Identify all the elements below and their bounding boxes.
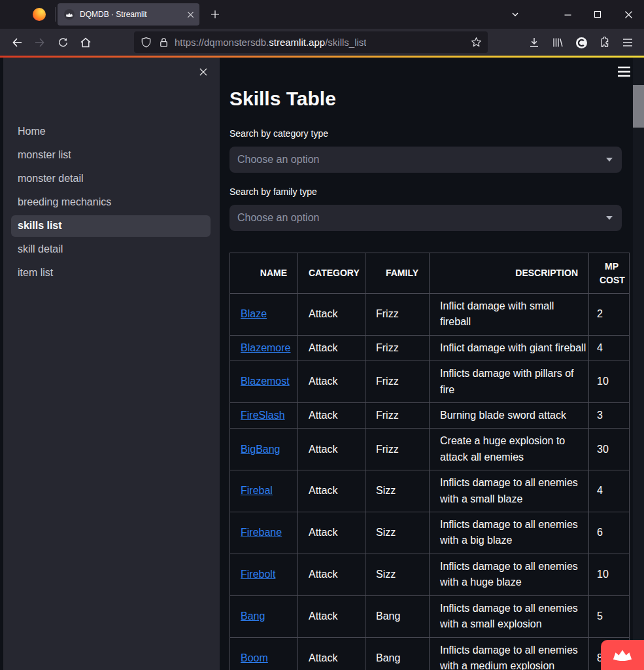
cell-desc: Inflicts damage to all enemies with a me…: [430, 637, 589, 670]
column-header-mp-cost: MP COST: [589, 253, 630, 294]
cell-category: Attack: [298, 512, 365, 554]
forward-button[interactable]: [31, 34, 48, 51]
skill-link[interactable]: Firebal: [241, 485, 273, 496]
table-row: BoomAttackBangInflicts damage to all ene…: [230, 637, 630, 670]
lock-icon[interactable]: [159, 37, 169, 48]
extensions-puzzle-icon[interactable]: [596, 34, 613, 51]
cell-desc: Burning blade sword attack: [430, 403, 589, 429]
sidebar-item-monster-list[interactable]: monster list: [11, 145, 211, 166]
tab-close-icon[interactable]: [187, 11, 194, 18]
browser-titlebar: DQMDB · Streamlit: [0, 0, 644, 29]
cell-desc: Inflicts damage to all enemies with a hu…: [430, 554, 589, 595]
cell-mp-cost: 5: [589, 595, 630, 637]
sidebar-close-icon[interactable]: [197, 66, 209, 78]
cell-mp-cost: 3: [589, 403, 630, 429]
cell-desc: Inflicts damage with pillars of fire: [430, 361, 589, 403]
cell-category: Attack: [298, 429, 365, 470]
skill-link[interactable]: Firebane: [241, 527, 282, 538]
sidebar-item-breeding-mechanics[interactable]: breeding mechanics: [11, 192, 211, 213]
table-row: FireSlashAttackFrizzBurning blade sword …: [230, 403, 630, 429]
cell-mp-cost: 10: [589, 361, 630, 403]
scrollbar-track[interactable]: [633, 58, 644, 670]
cell-family: Frizz: [365, 335, 430, 361]
cell-mp-cost: 6: [589, 512, 630, 554]
browser-toolbar: https://dqmonstersdb.streamlit.app/skill…: [0, 29, 644, 56]
bookmark-star-icon[interactable]: [471, 37, 482, 48]
sidebar-item-monster-detail[interactable]: monster detail: [11, 168, 211, 190]
skills-table: NAMECATEGORYFAMILYDESCRIPTIONMP COST Bla…: [229, 253, 630, 670]
skill-link[interactable]: FireSlash: [241, 410, 285, 421]
extension-c-icon[interactable]: [573, 34, 590, 51]
cell-category: Attack: [298, 294, 365, 336]
cell-desc: Create a huge explosion to attack all en…: [430, 429, 589, 470]
reload-button[interactable]: [54, 34, 71, 51]
sidebar-item-skills-list[interactable]: skills list: [11, 215, 211, 237]
skill-link[interactable]: Firebolt: [241, 569, 275, 580]
new-tab-button[interactable]: [208, 7, 222, 22]
sidebar-item-skill-detail[interactable]: skill detail: [11, 239, 211, 260]
family-select[interactable]: Choose an option: [229, 205, 622, 231]
cell-family: Frizz: [365, 361, 430, 403]
skill-link[interactable]: Blazemost: [241, 376, 290, 387]
sidebar-item-Home[interactable]: Home: [11, 121, 211, 143]
skills-table-wrap: NAMECATEGORYFAMILYDESCRIPTIONMP COST Bla…: [229, 253, 630, 670]
cell-name: BigBang: [230, 429, 298, 470]
cell-family: Bang: [365, 637, 430, 670]
select-caret-icon: [606, 216, 613, 220]
window-minimize-button[interactable]: [560, 7, 575, 22]
skill-link[interactable]: Bang: [241, 610, 265, 622]
cell-name: Blaze: [230, 294, 298, 336]
window-close-button[interactable]: [621, 7, 636, 22]
cell-category: Attack: [298, 637, 365, 670]
back-button[interactable]: [8, 34, 25, 51]
table-row: BangAttackBangInflicts damage to all ene…: [230, 595, 630, 637]
home-button[interactable]: [77, 34, 94, 51]
select-caret-icon: [606, 158, 613, 162]
streamlit-favicon-icon: [64, 9, 75, 20]
tab-divider: [55, 7, 56, 22]
table-row: BlazemoreAttackFrizzInflict damage with …: [230, 335, 630, 361]
cell-name: Bang: [230, 595, 298, 637]
skill-link[interactable]: BigBang: [241, 444, 280, 455]
skill-link[interactable]: Blaze: [241, 308, 267, 319]
cell-category: Attack: [298, 554, 365, 595]
column-header-description: DESCRIPTION: [430, 253, 589, 294]
column-header-category: CATEGORY: [298, 253, 365, 294]
main-content: Skills Table Search by category type Cho…: [220, 58, 633, 670]
app-menu-hamburger-icon[interactable]: [617, 66, 632, 78]
column-header-name: NAME: [230, 253, 298, 294]
cell-mp-cost: 30: [589, 429, 630, 470]
cell-name: Boom: [230, 637, 298, 670]
skill-link[interactable]: Blazemore: [241, 342, 290, 353]
column-header-family: FAMILY: [365, 253, 430, 294]
tab-title: DQMDB · Streamlit: [80, 10, 187, 19]
cell-category: Attack: [298, 361, 365, 403]
cell-family: Bang: [365, 595, 430, 637]
list-tabs-chevron-icon[interactable]: [508, 7, 522, 22]
table-row: BlazemostAttackFrizzInflicts damage with…: [230, 361, 630, 403]
downloads-button[interactable]: [526, 34, 543, 51]
cell-category: Attack: [298, 595, 365, 637]
shield-icon[interactable]: [141, 37, 152, 48]
cell-desc: Inflict damage with giant fireball: [430, 335, 589, 361]
streamlit-badge[interactable]: [601, 640, 644, 670]
sidebar-item-item-list[interactable]: item list: [11, 262, 211, 284]
firefox-view-icon[interactable]: [33, 8, 46, 21]
menu-hamburger-icon[interactable]: [619, 34, 636, 51]
table-row: BlazeAttackFrizzInflict damage with smal…: [230, 294, 630, 336]
category-select[interactable]: Choose an option: [229, 147, 622, 173]
cell-name: FireSlash: [230, 403, 298, 429]
cell-desc: Inflicts damage to all enemies with a sm…: [430, 470, 589, 512]
skill-link[interactable]: Boom: [241, 652, 268, 663]
cell-name: Firebolt: [230, 554, 298, 595]
library-button[interactable]: [549, 34, 566, 51]
window-maximize-button[interactable]: [590, 7, 605, 22]
cell-mp-cost: 4: [589, 335, 630, 361]
url-bar[interactable]: https://dqmonstersdb.streamlit.app/skill…: [134, 31, 488, 53]
cell-mp-cost: 4: [589, 470, 630, 512]
cell-category: Attack: [298, 403, 365, 429]
scrollbar-thumb[interactable]: [633, 85, 644, 128]
page-title: Skills Table: [229, 85, 336, 113]
browser-tab[interactable]: DQMDB · Streamlit: [58, 3, 199, 26]
sidebar: Homemonster listmonster detailbreeding m…: [3, 58, 220, 670]
